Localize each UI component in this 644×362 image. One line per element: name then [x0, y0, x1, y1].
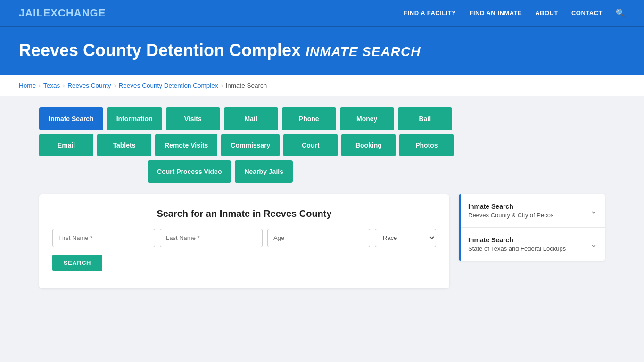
breadcrumb-sep-3: ›	[114, 82, 116, 89]
tab-commissary[interactable]: Commissary	[221, 134, 280, 156]
breadcrumb-current: Inmate Search	[225, 82, 267, 89]
last-name-input[interactable]	[160, 229, 263, 247]
header: JAILEXCHANGE FIND A FACILITY FIND AN INM…	[0, 0, 644, 27]
tab-court[interactable]: Court	[283, 134, 338, 156]
sidebar-item-texas-text: Inmate Search State of Texas and Federal…	[468, 236, 566, 252]
tab-money[interactable]: Money	[340, 107, 394, 130]
breadcrumb-texas[interactable]: Texas	[43, 82, 60, 89]
tab-nearby-jails[interactable]: Nearby Jails	[235, 160, 293, 183]
logo[interactable]: JAILEXCHANGE	[19, 7, 106, 19]
tab-mail[interactable]: Mail	[224, 107, 278, 130]
sidebar-item-texas-subtitle: State of Texas and Federal Lockups	[468, 245, 566, 252]
sidebar-item-reeves-title: Inmate Search	[468, 203, 553, 210]
tabs-row-3: Court Process Video Nearby Jails	[148, 160, 293, 183]
nav-contact[interactable]: CONTACT	[571, 9, 603, 16]
logo-exchange: EXCHANGE	[43, 7, 106, 19]
hero-title-main: Reeves County Detention Complex	[19, 41, 301, 60]
tab-booking[interactable]: Booking	[341, 134, 396, 156]
tab-phone[interactable]: Phone	[282, 107, 336, 130]
tabs-row-2: Email Tablets Remote Visits Commissary C…	[39, 134, 454, 156]
main-content: Inmate Search Information Visits Mail Ph…	[20, 96, 624, 300]
nav-find-facility[interactable]: FIND A FACILITY	[404, 9, 456, 16]
tab-bail[interactable]: Bail	[398, 107, 452, 130]
search-icon[interactable]: 🔍	[616, 8, 625, 17]
breadcrumb: Home › Texas › Reeves County › Reeves Co…	[19, 82, 625, 89]
tab-photos[interactable]: Photos	[399, 134, 454, 156]
page-title: Reeves County Detention Complex INMATE S…	[19, 41, 625, 60]
sidebar-item-reeves-text: Inmate Search Reeves County & City of Pe…	[468, 203, 553, 219]
chevron-down-icon: ⌄	[590, 206, 597, 216]
search-title: Search for an Inmate in Reeves County	[52, 208, 436, 219]
tab-visits[interactable]: Visits	[166, 107, 220, 130]
hero-title-italic: INMATE SEARCH	[305, 44, 421, 59]
content-area: Search for an Inmate in Reeves County Ra…	[39, 194, 605, 288]
breadcrumb-bar: Home › Texas › Reeves County › Reeves Co…	[0, 75, 644, 96]
sidebar: Inmate Search Reeves County & City of Pe…	[459, 194, 605, 261]
first-name-input[interactable]	[52, 229, 155, 247]
tab-court-process-video[interactable]: Court Process Video	[148, 160, 231, 183]
search-panel: Search for an Inmate in Reeves County Ra…	[39, 194, 449, 288]
tab-email[interactable]: Email	[39, 134, 93, 156]
nav-about[interactable]: ABOUT	[535, 9, 558, 16]
tabs-row-1: Inmate Search Information Visits Mail Ph…	[39, 107, 452, 130]
breadcrumb-home[interactable]: Home	[19, 82, 36, 89]
sidebar-item-texas-title: Inmate Search	[468, 236, 566, 244]
main-nav: FIND A FACILITY FIND AN INMATE ABOUT CON…	[404, 8, 625, 17]
search-button[interactable]: SEARCH	[52, 255, 102, 271]
sidebar-item-reeves[interactable]: Inmate Search Reeves County & City of Pe…	[461, 194, 605, 228]
breadcrumb-sep-4: ›	[221, 82, 223, 89]
search-fields: Race White Black Hispanic Asian Other	[52, 229, 436, 247]
tab-information[interactable]: Information	[107, 107, 162, 130]
tab-tablets[interactable]: Tablets	[97, 134, 151, 156]
logo-jail: JAIL	[19, 7, 43, 19]
tab-remote-visits[interactable]: Remote Visits	[155, 134, 217, 156]
breadcrumb-reeves-county[interactable]: Reeves County	[67, 82, 111, 89]
sidebar-item-reeves-subtitle: Reeves County & City of Pecos	[468, 212, 553, 219]
race-select[interactable]: Race White Black Hispanic Asian Other	[375, 229, 436, 247]
age-input[interactable]	[267, 229, 370, 247]
tabs-container: Inmate Search Information Visits Mail Ph…	[39, 107, 605, 183]
chevron-down-icon-2: ⌄	[590, 239, 597, 249]
tab-inmate-search[interactable]: Inmate Search	[39, 107, 103, 130]
breadcrumb-sep-1: ›	[39, 82, 41, 89]
sidebar-item-texas[interactable]: Inmate Search State of Texas and Federal…	[461, 228, 605, 261]
breadcrumb-facility[interactable]: Reeves County Detention Complex	[119, 82, 218, 89]
nav-find-inmate[interactable]: FIND AN INMATE	[469, 9, 522, 16]
hero-banner: Reeves County Detention Complex INMATE S…	[0, 27, 644, 75]
breadcrumb-sep-2: ›	[63, 82, 65, 89]
